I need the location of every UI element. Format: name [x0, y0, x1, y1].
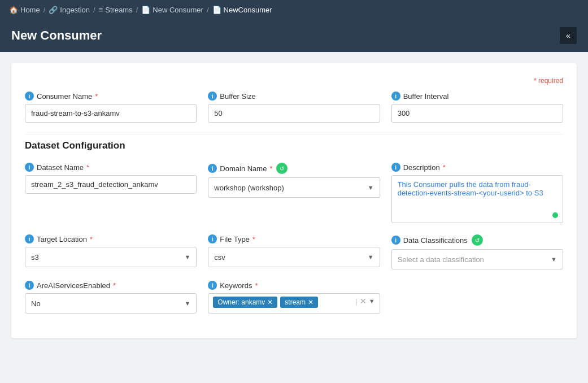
keyword-owner-text: Owner: ankamv	[217, 298, 265, 306]
file-type-value: csv	[214, 253, 367, 262]
file-type-group: i File Type * csv ▼	[208, 234, 380, 269]
target-location-dropdown[interactable]: s3 ▼	[25, 247, 197, 267]
dataset-config-row2: i Target Location * s3 ▼ i File Type * c…	[25, 234, 563, 269]
keywords-separator: |	[355, 297, 357, 306]
buffer-size-label: i Buffer Size	[208, 92, 380, 101]
dataset-config-row3: i AreAIServicesEnabled * No ▼ i Keywords…	[25, 281, 563, 314]
keywords-info-icon[interactable]: i	[208, 281, 217, 290]
domain-name-group: i Domain Name * ↺ workshop (workshop) ▼	[208, 163, 380, 223]
streams-icon: ≡	[99, 6, 103, 14]
dataset-name-input[interactable]	[25, 175, 197, 194]
dataset-name-label: i Dataset Name *	[25, 163, 197, 172]
buffer-interval-info-icon[interactable]: i	[391, 92, 400, 101]
ingestion-icon: 🔗	[49, 6, 58, 14]
keyword-tag-stream: stream ✕	[280, 297, 318, 308]
domain-name-refresh-icon[interactable]: ↺	[276, 163, 288, 174]
form-card: * required i Consumer Name * i Buffer Si…	[11, 63, 577, 338]
nav-current: NewConsumer	[224, 6, 272, 14]
ai-services-info-icon[interactable]: i	[25, 281, 34, 290]
keyword-owner-remove-button[interactable]: ✕	[267, 299, 273, 306]
consumer-name-label: i Consumer Name *	[25, 92, 197, 101]
keywords-spacer	[391, 281, 563, 314]
buffer-size-input[interactable]	[208, 104, 380, 123]
sep4: /	[207, 6, 209, 14]
target-location-label: i Target Location *	[25, 234, 197, 243]
new-consumer-icon: 📄	[141, 6, 150, 14]
target-location-required: *	[90, 235, 93, 243]
target-location-group: i Target Location * s3 ▼	[25, 234, 197, 269]
data-classifications-info-icon[interactable]: i	[391, 236, 400, 245]
ai-services-value: No	[31, 299, 184, 308]
ai-services-label: i AreAIServicesEnabled *	[25, 281, 197, 290]
data-classifications-group: i Data Classifications ↺ Select a data c…	[391, 234, 563, 269]
keywords-clear-button[interactable]: ✕	[360, 297, 367, 306]
dataset-name-info-icon[interactable]: i	[25, 163, 34, 172]
keyword-stream-remove-button[interactable]: ✕	[308, 299, 313, 306]
buffer-interval-input[interactable]	[391, 104, 563, 123]
description-textarea[interactable]: This Consumer pulls the data from fraud-…	[392, 176, 563, 221]
consumer-name-group: i Consumer Name *	[25, 92, 197, 123]
consumer-name-required: *	[95, 92, 98, 101]
description-required: *	[443, 163, 446, 172]
current-page-icon: 📄	[212, 6, 221, 14]
description-status-dot	[552, 212, 558, 218]
buffer-size-group: i Buffer Size	[208, 92, 380, 123]
collapse-button[interactable]: «	[560, 27, 577, 44]
nav-home[interactable]: Home	[20, 6, 40, 14]
ai-services-dropdown[interactable]: No ▼	[25, 293, 197, 314]
ai-services-required: *	[113, 281, 116, 290]
keywords-field[interactable]: Owner: ankamv ✕ stream ✕ | ✕ ▼	[208, 293, 380, 314]
file-type-required: *	[252, 235, 255, 243]
description-label: i Description *	[391, 163, 563, 172]
dataset-config-row1: i Dataset Name * i Domain Name * ↺ works…	[25, 163, 563, 223]
target-location-info-icon[interactable]: i	[25, 234, 34, 243]
buffer-interval-label: i Buffer Interval	[391, 92, 563, 101]
file-type-label: i File Type *	[208, 234, 380, 243]
required-note: * required	[25, 77, 563, 85]
keyword-tag-owner: Owner: ankamv ✕	[213, 297, 277, 308]
domain-name-dropdown[interactable]: workshop (workshop) ▼	[208, 177, 380, 198]
ai-services-chevron-icon: ▼	[184, 300, 190, 307]
file-type-dropdown[interactable]: csv ▼	[208, 247, 380, 267]
dataset-name-required: *	[86, 163, 89, 172]
keywords-required: *	[255, 281, 258, 290]
consumer-name-input[interactable]	[25, 104, 197, 123]
data-classifications-placeholder: Select a data classification	[398, 255, 551, 264]
page-header: New Consumer «	[0, 19, 588, 52]
main-content: * required i Consumer Name * i Buffer Si…	[0, 52, 588, 350]
data-classifications-dropdown[interactable]: Select a data classification ▼	[391, 249, 563, 269]
description-wrapper: This Consumer pulls the data from fraud-…	[391, 175, 563, 223]
domain-name-required: *	[269, 164, 272, 173]
page-title: New Consumer	[11, 28, 102, 43]
keywords-group: i Keywords * Owner: ankamv ✕ stream ✕ |	[208, 281, 380, 314]
keywords-actions: | ✕ ▼	[355, 297, 374, 306]
data-classifications-chevron-icon: ▼	[551, 256, 557, 263]
sep1: /	[43, 6, 46, 14]
file-type-chevron-icon: ▼	[368, 254, 374, 260]
basic-info-row: i Consumer Name * i Buffer Size i Buffer…	[25, 92, 563, 123]
target-location-value: s3	[31, 253, 184, 262]
consumer-name-info-icon[interactable]: i	[25, 92, 34, 101]
buffer-size-info-icon[interactable]: i	[208, 92, 217, 101]
sep3: /	[136, 6, 138, 14]
keyword-stream-text: stream	[285, 298, 306, 306]
keywords-label: i Keywords *	[208, 281, 380, 290]
domain-name-info-icon[interactable]: i	[208, 164, 217, 173]
nav-ingestion[interactable]: Ingestion	[60, 6, 90, 14]
nav-streams[interactable]: Streams	[105, 6, 132, 14]
file-type-info-icon[interactable]: i	[208, 234, 217, 243]
domain-name-label: i Domain Name * ↺	[208, 163, 380, 174]
data-classifications-label: i Data Classifications ↺	[391, 234, 563, 246]
data-classifications-refresh-icon[interactable]: ↺	[472, 234, 483, 246]
breadcrumb: 🏠 Home / 🔗 Ingestion / ≡ Streams / 📄 New…	[0, 0, 588, 19]
dataset-section-title: Dataset Configuration	[25, 134, 563, 151]
nav-new-consumer[interactable]: New Consumer	[153, 6, 203, 14]
description-group: i Description * This Consumer pulls the …	[391, 163, 563, 223]
description-info-icon[interactable]: i	[391, 163, 400, 172]
keywords-dropdown-button[interactable]: ▼	[369, 298, 375, 304]
ai-services-group: i AreAIServicesEnabled * No ▼	[25, 281, 197, 314]
domain-name-value: workshop (workshop)	[214, 184, 367, 192]
sep2: /	[93, 6, 95, 14]
target-location-chevron-icon: ▼	[184, 254, 190, 260]
dataset-name-group: i Dataset Name *	[25, 163, 197, 223]
